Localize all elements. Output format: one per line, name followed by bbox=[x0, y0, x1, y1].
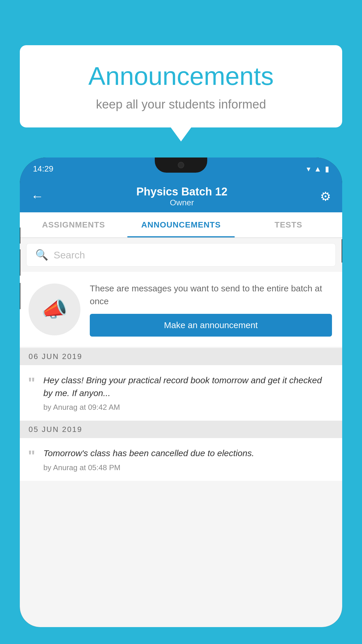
promo-icon-circle: 📣 bbox=[29, 284, 80, 335]
signal-icon: ▲ bbox=[314, 164, 321, 174]
side-button-extra bbox=[20, 283, 20, 309]
status-time: 14:29 bbox=[33, 164, 53, 174]
date-separator-2: 05 JUN 2019 bbox=[20, 421, 342, 438]
header-title: Physics Batch 12 bbox=[136, 186, 228, 198]
app-header: ← Physics Batch 12 Owner ⚙ bbox=[20, 180, 342, 212]
quote-icon-2: " bbox=[28, 448, 35, 463]
announcement-text-group-1: Hey class! Bring your practical record b… bbox=[43, 374, 333, 412]
announcement-meta-2: by Anurag at 05:48 PM bbox=[43, 463, 333, 472]
announcement-item-1[interactable]: " Hey class! Bring your practical record… bbox=[20, 365, 342, 421]
tab-assignments[interactable]: ASSIGNMENTS bbox=[20, 212, 127, 237]
side-button-power bbox=[342, 239, 342, 262]
header-subtitle: Owner bbox=[136, 198, 228, 207]
promo-description: These are messages you want to send to t… bbox=[90, 282, 332, 307]
camera bbox=[178, 162, 184, 168]
back-button[interactable]: ← bbox=[31, 189, 44, 204]
search-placeholder-text: Search bbox=[54, 249, 85, 261]
battery-icon: ▮ bbox=[325, 164, 329, 174]
wifi-icon: ▾ bbox=[307, 164, 310, 174]
notch bbox=[155, 158, 207, 173]
status-icons: ▾ ▲ ▮ bbox=[307, 164, 329, 174]
speech-bubble-container: Announcements keep all your students inf… bbox=[20, 45, 342, 127]
header-title-group: Physics Batch 12 Owner bbox=[136, 186, 228, 207]
tab-tests[interactable]: TESTS bbox=[235, 212, 342, 237]
side-button-vol-down bbox=[20, 249, 20, 276]
announcement-promo: 📣 These are messages you want to send to… bbox=[20, 272, 342, 347]
make-announcement-button[interactable]: Make an announcement bbox=[90, 314, 332, 337]
speech-bubble: Announcements keep all your students inf… bbox=[20, 45, 342, 127]
phone-content: 🔍 Search 📣 These are messages you want t… bbox=[20, 238, 342, 627]
quote-icon-1: " bbox=[28, 375, 35, 391]
announcement-text-group-2: Tomorrow's class has been cancelled due … bbox=[43, 447, 333, 472]
announcement-item-2[interactable]: " Tomorrow's class has been cancelled du… bbox=[20, 438, 342, 481]
megaphone-icon: 📣 bbox=[41, 297, 68, 322]
tab-announcements[interactable]: ANNOUNCEMENTS bbox=[127, 212, 235, 237]
status-bar: 14:29 ▾ ▲ ▮ bbox=[20, 158, 342, 180]
tabs-bar: ASSIGNMENTS ANNOUNCEMENTS TESTS bbox=[20, 212, 342, 238]
announcement-meta-1: by Anurag at 09:42 AM bbox=[43, 403, 333, 412]
date-separator-1: 06 JUN 2019 bbox=[20, 348, 342, 365]
speech-bubble-title: Announcements bbox=[37, 61, 325, 91]
phone-outer: 14:29 ▾ ▲ ▮ ← Physics Batch 12 Owner ⚙ A… bbox=[20, 158, 342, 627]
search-icon: 🔍 bbox=[35, 249, 48, 261]
phone-mockup: 14:29 ▾ ▲ ▮ ← Physics Batch 12 Owner ⚙ A… bbox=[20, 158, 342, 644]
announcement-message-1: Hey class! Bring your practical record b… bbox=[43, 374, 333, 399]
announcement-message-2: Tomorrow's class has been cancelled due … bbox=[43, 447, 333, 460]
search-bar[interactable]: 🔍 Search bbox=[26, 243, 336, 267]
settings-icon[interactable]: ⚙ bbox=[320, 189, 331, 204]
speech-bubble-subtitle: keep all your students informed bbox=[37, 97, 325, 111]
promo-right: These are messages you want to send to t… bbox=[90, 282, 332, 337]
